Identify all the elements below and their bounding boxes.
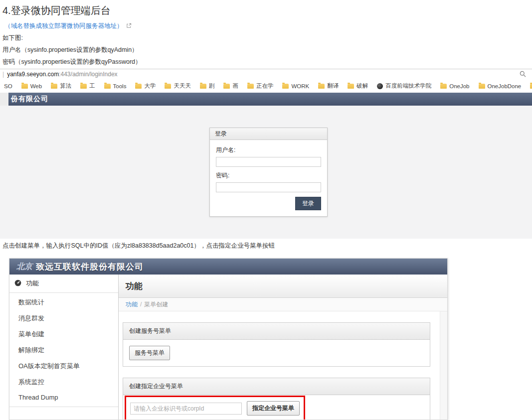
doc-link-line: （域名替换成独立部署微协同服务器地址） <box>2 22 132 30</box>
bookmark-label: Web <box>30 83 42 89</box>
browser-screenshot: | yanfa9.seeyon.com :443/admin/loginInde… <box>0 69 532 238</box>
bookmark-folder-icon <box>440 84 447 89</box>
service-menu-panel-title: 创建服务号菜单 <box>123 323 430 340</box>
bookmark-item[interactable]: 画 <box>223 82 238 90</box>
header-left-gap <box>0 93 8 106</box>
sidebar-item[interactable]: OA版本定制首页菜单 <box>9 358 118 374</box>
bookmark-item[interactable]: OneJob <box>440 83 469 89</box>
bookmark-item[interactable]: 大学 <box>135 82 156 90</box>
login-panel: 登录 用户名: 密码: 登录 <box>209 128 328 217</box>
corp-menu-panel-body: 指定企业号菜单 <box>123 395 430 420</box>
bookmark-label: 百度前端技术学院 <box>385 82 431 90</box>
bookmark-folder-icon <box>377 83 383 89</box>
bookmark-item[interactable]: 剧 <box>200 82 215 90</box>
page-heading: 功能 <box>126 280 143 292</box>
bookmark-item[interactable]: WORK <box>282 83 309 89</box>
bookmark-folder-icon <box>21 84 28 89</box>
login-page-header-row: 份有限公司 <box>0 93 532 106</box>
admin-header: 北京 致远互联软件股份有限公司 <box>9 259 447 275</box>
breadcrumb: 功能 / 菜单创建 <box>119 298 447 311</box>
sidebar-item[interactable]: 菜单创建 <box>9 326 118 342</box>
bookmark-label: 工 <box>89 82 95 90</box>
sidebar-item[interactable]: 解除绑定 <box>9 342 118 358</box>
login-button[interactable]: 登录 <box>295 197 321 210</box>
service-menu-button[interactable]: 服务号菜单 <box>129 346 170 360</box>
bookmark-label: 破解 <box>356 82 368 90</box>
bookmark-item[interactable]: OneJobDone <box>479 83 522 89</box>
bookmark-label: Tools <box>113 83 127 89</box>
password-label: 密码: <box>216 171 321 180</box>
bookmark-label: 大学 <box>144 82 156 90</box>
bookmark-label: 画 <box>232 82 238 90</box>
breadcrumb-root[interactable]: 功能 <box>126 300 138 309</box>
bookmark-folder-icon <box>135 84 142 89</box>
service-menu-panel: 创建服务号菜单 服务号菜单 <box>123 322 430 367</box>
bookmark-item[interactable]: Web <box>21 83 42 89</box>
bookmark-item[interactable]: Tools <box>104 83 127 89</box>
bookmark-item[interactable]: 天天天 <box>165 82 191 90</box>
username-label: 用户名: <box>216 146 321 154</box>
bookmark-folder-icon <box>165 84 171 89</box>
bookmark-label: WORK <box>291 83 309 89</box>
company-prefix: 北京 <box>16 262 32 272</box>
sidebar-top-label: 功能 <box>26 279 39 288</box>
search-icon[interactable] <box>520 71 526 79</box>
bookmarks-bar: SO Web 算法 工 Tools 大学 <box>0 79 532 93</box>
bookmark-folder-icon <box>104 84 111 89</box>
address-cursor: | <box>2 71 4 78</box>
doc-line-asfigure: 如下图: <box>2 34 23 42</box>
breadcrumb-separator: / <box>140 301 142 308</box>
login-panel-body: 用户名: 密码: 登录 <box>210 140 327 216</box>
bookmark-folder-icon <box>80 84 87 89</box>
bookmark-label: OneJob <box>449 83 469 89</box>
admin-body: 功能 数据统计 消息群发 菜单创建 解除绑定 OA版本定制首页菜单 系统监控 T… <box>9 275 447 420</box>
bookmark-item[interactable]: 翻译 <box>318 82 339 90</box>
login-page-background: 登录 用户名: 密码: 登录 <box>0 106 532 239</box>
admin-screenshot: 北京 致远互联软件股份有限公司 功能 数据统计 消息群发 菜单创建 解除绑定 <box>9 258 448 420</box>
password-input[interactable] <box>216 182 321 192</box>
bookmark-label: 正在学 <box>256 82 274 90</box>
address-path: :443/admin/loginIndex <box>59 71 117 78</box>
sidebar-item[interactable]: 数据统计 <box>9 294 118 310</box>
company-name: 致远互联软件股份有限公司 <box>36 261 144 273</box>
corp-menu-panel-title: 创建指定企业号菜单 <box>123 378 430 395</box>
bookmark-item[interactable]: SO <box>4 83 12 89</box>
instruction-text: 点击创建菜单，输入执行SQL中的ID值（应为zl8a83838d5aad2a0c… <box>2 242 275 250</box>
content-area: 创建服务号菜单 服务号菜单 创建指定企业号菜单 指定企业号菜单 <box>119 311 447 420</box>
corp-id-input[interactable] <box>130 403 242 415</box>
bookmark-item[interactable]: 破解 <box>348 82 368 90</box>
scrollbar-gutter[interactable] <box>440 311 447 420</box>
sidebar-item[interactable]: 系统监控 <box>9 374 118 390</box>
bookmark-folder-icon <box>530 84 532 89</box>
page-title: 4.登录微协同管理端后台 <box>2 4 111 17</box>
bookmark-label: OneJobDone <box>488 83 522 89</box>
dashboard-icon <box>14 280 21 288</box>
bookmark-item[interactable]: 百度前端技术学院 <box>377 82 431 90</box>
bookmark-item[interactable]: 算法 <box>51 82 71 90</box>
username-input[interactable] <box>216 157 321 167</box>
sidebar-item-functions[interactable]: 功能 <box>9 275 118 293</box>
doc-link-note: （域名替换成独立部署微协同服务器地址） <box>4 22 123 30</box>
bookmark-folder-icon <box>348 84 354 89</box>
bookmark-folder-icon <box>247 84 254 89</box>
sidebar: 功能 数据统计 消息群发 菜单创建 解除绑定 OA版本定制首页菜单 系统监控 T… <box>9 275 119 420</box>
service-menu-panel-body: 服务号菜单 <box>123 340 430 366</box>
company-header-partial: 份有限公司 <box>8 93 532 106</box>
address-bar[interactable]: | yanfa9.seeyon.com :443/admin/loginInde… <box>0 69 532 79</box>
bookmark-label: 翻译 <box>327 82 339 90</box>
bookmark-item[interactable]: 正在学 <box>247 82 274 90</box>
sidebar-item[interactable]: 消息群发 <box>9 310 118 326</box>
sidebar-item[interactable]: Thread Dump <box>9 390 118 405</box>
bookmark-item[interactable]: 计算机基础 <box>530 82 532 90</box>
bookmark-label: SO <box>4 83 12 89</box>
annotation-highlight-box: 指定企业号菜单 <box>125 396 305 420</box>
corp-menu-button[interactable]: 指定企业号菜单 <box>247 401 300 416</box>
doc-line-username: 用户名（sysinfo.properties设置的参数qyAdmin） <box>2 46 138 54</box>
bookmark-label: 算法 <box>60 82 71 90</box>
external-link-icon[interactable] <box>126 23 132 30</box>
bookmark-item[interactable]: 工 <box>80 82 95 90</box>
sidebar-menu: 数据统计 消息群发 菜单创建 解除绑定 OA版本定制首页菜单 系统监控 Thre… <box>9 293 118 407</box>
corp-menu-panel: 创建指定企业号菜单 指定企业号菜单 <box>123 378 430 420</box>
bookmark-label: 剧 <box>209 82 215 90</box>
page-heading-band: 功能 <box>119 275 447 298</box>
